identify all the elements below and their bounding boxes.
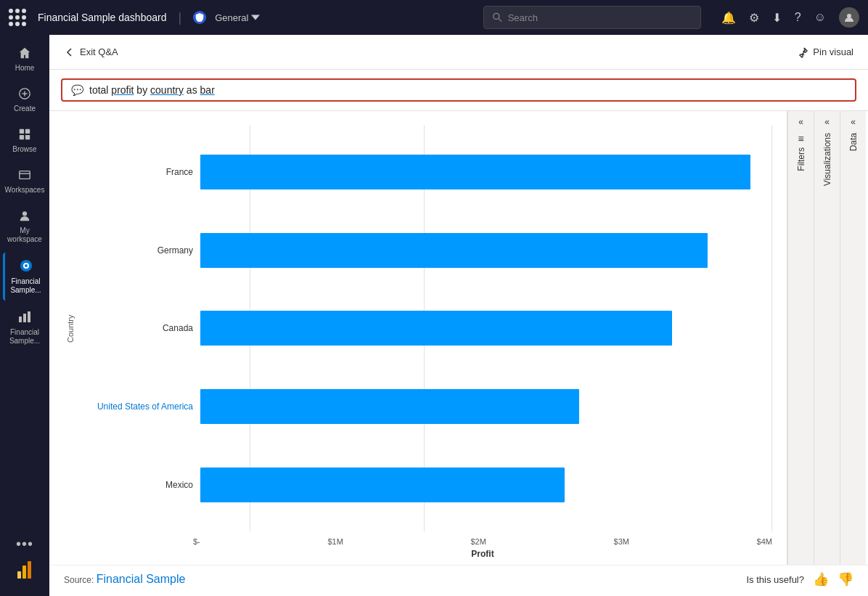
nav-icons: 🔔 ⚙ ⬇ ? ☺ [721, 7, 859, 28]
sidebar-item-create[interactable]: Create [3, 81, 46, 119]
svg-point-0 [494, 13, 499, 19]
svg-rect-18 [28, 311, 30, 322]
workspace-selector[interactable]: General [215, 12, 260, 23]
back-arrow-icon [64, 46, 75, 58]
data-panel-tab[interactable]: « Data [840, 111, 866, 565]
shield-icon [193, 11, 206, 24]
bar-label: Canada [77, 323, 193, 333]
source-info: Source: Financial Sample [64, 573, 185, 586]
notification-icon[interactable]: 🔔 [721, 11, 736, 25]
nav-divider: | [178, 10, 181, 25]
feedback-area: Is this useful? 👍 👎 [747, 571, 854, 587]
query-chat-icon: 💬 [71, 84, 83, 96]
bar-row: France [77, 153, 772, 191]
svg-rect-20 [22, 566, 26, 579]
visualizations-panel-tab[interactable]: « Visualizations [814, 111, 840, 565]
sidebar-item-financial-sample-2[interactable]: Financial Sample... [3, 303, 46, 351]
thumbs-down-button[interactable]: 👎 [838, 571, 853, 587]
bar-track [200, 466, 772, 504]
sidebar-item-myworkspace[interactable]: My workspace [3, 203, 46, 250]
app-title: Financial Sample dashboard [38, 12, 166, 23]
bar-row: Canada [77, 309, 772, 347]
viz-chevron-icon: « [824, 117, 830, 127]
bar-fill [200, 389, 579, 424]
data-label: Data [848, 133, 859, 151]
home-icon [18, 46, 31, 62]
bar-chart: Country France Germany Canada United Sta… [64, 126, 772, 565]
pin-visual-button[interactable]: Pin visual [797, 46, 853, 58]
x-axis-label: Profit [193, 549, 772, 565]
bar-label: Germany [77, 245, 193, 256]
app-grid-icon[interactable] [9, 9, 26, 26]
bar-fill [200, 468, 565, 502]
thumbs-up-button[interactable]: 👍 [813, 571, 829, 587]
sidebar-item-home[interactable]: Home [3, 41, 46, 78]
help-icon[interactable]: ? [795, 11, 801, 24]
main-layout: Home Create Browse Workspaces My workspa… [0, 35, 868, 596]
myworkspace-icon [18, 209, 31, 224]
sidebar-item-financial-sample-1[interactable]: Financial Sample... [3, 253, 46, 301]
svg-rect-17 [23, 314, 26, 322]
x-tick: $- [193, 537, 200, 546]
sidebar: Home Create Browse Workspaces My workspa… [0, 35, 49, 596]
search-icon [493, 12, 502, 23]
data-chevron-icon: « [851, 117, 856, 127]
browse-icon [18, 128, 31, 143]
search-input[interactable] [508, 12, 692, 23]
top-navigation: Financial Sample dashboard | General 🔔 ⚙… [0, 0, 868, 35]
bar-track [200, 309, 772, 347]
feedback-icon[interactable]: ☺ [814, 11, 826, 24]
filters-label: Filters [796, 147, 806, 171]
source-prefix: Source: [64, 575, 97, 585]
bar-track [200, 232, 772, 269]
sidebar-item-workspaces[interactable]: Workspaces [3, 163, 46, 200]
svg-rect-10 [20, 171, 30, 179]
download-icon[interactable]: ⬇ [772, 11, 782, 25]
bar-row: Mexico [77, 466, 772, 504]
financial-active-icon [19, 258, 33, 275]
filters-panel-tab[interactable]: « ≡ Filters [787, 111, 814, 565]
chart-body: France Germany Canada United States of A… [77, 126, 772, 531]
financial-chart-icon [17, 309, 32, 326]
bar-track [200, 388, 772, 425]
exit-qa-button[interactable]: Exit Q&A [64, 46, 118, 58]
svg-line-1 [499, 19, 501, 22]
more-options-icon[interactable]: ••• [16, 536, 33, 552]
powerbi-logo [13, 558, 36, 581]
workspaces-icon [18, 168, 31, 184]
viz-label: Visualizations [822, 133, 832, 186]
bar-fill [200, 155, 750, 189]
chart-main: Country France Germany Canada United Sta… [49, 111, 787, 565]
sidebar-item-browse[interactable]: Browse [3, 122, 46, 160]
query-text: total profit by country as bar [89, 84, 215, 96]
svg-rect-16 [19, 317, 22, 322]
filters-icon: ≡ [798, 133, 803, 144]
source-link[interactable]: Financial Sample [97, 573, 186, 585]
bar-row: Germany [77, 232, 772, 269]
x-tick: $1M [327, 537, 343, 546]
x-tick: $3M [614, 537, 629, 546]
avatar[interactable] [839, 7, 859, 28]
x-axis: $-$1M$2M$3M$4M [193, 531, 772, 549]
settings-icon[interactable]: ⚙ [749, 11, 759, 25]
content-area: Exit Q&A Pin visual 💬 total profit by co… [49, 35, 868, 596]
feedback-text: Is this useful? [747, 574, 805, 585]
filters-chevron-icon: « [798, 117, 803, 127]
svg-rect-6 [20, 129, 24, 134]
svg-rect-19 [17, 571, 21, 579]
bar-fill [200, 311, 672, 346]
sidebar-bottom: ••• [13, 536, 36, 590]
bar-label: France [77, 167, 193, 177]
bar-label: United States of America [77, 401, 193, 412]
y-axis-label: Country [64, 126, 77, 531]
content-header: Exit Q&A Pin visual [49, 35, 868, 70]
query-input[interactable]: 💬 total profit by country as bar [61, 78, 856, 102]
x-tick: $4M [757, 537, 772, 546]
bar-label: Mexico [77, 480, 193, 490]
query-bar: 💬 total profit by country as bar [49, 70, 868, 111]
svg-rect-7 [25, 129, 30, 134]
search-box[interactable] [483, 6, 701, 29]
bar-row: United States of America [77, 388, 772, 425]
svg-point-12 [22, 211, 27, 216]
chart-container: Country France Germany Canada United Sta… [49, 111, 868, 565]
